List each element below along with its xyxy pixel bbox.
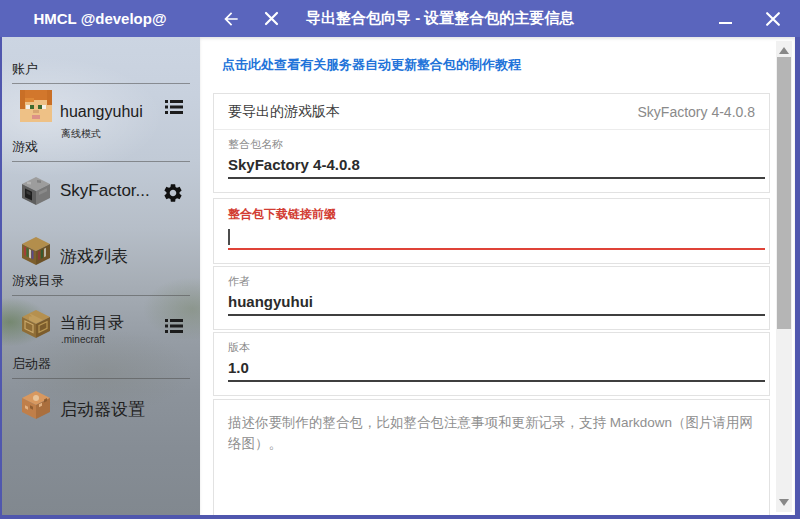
minimize-button[interactable] xyxy=(714,8,736,30)
scroll-down-arrow-icon[interactable] xyxy=(779,499,789,506)
version-card: 版本 1.0 xyxy=(213,332,770,396)
titlebar: HMCL @develop@ 导出整合包向导 - 设置整合包的主要信息 xyxy=(0,0,800,37)
arrow-left-icon xyxy=(221,9,241,29)
app-title: HMCL @develop@ xyxy=(0,0,200,37)
launcher-settings-label: 启动器设置 xyxy=(60,398,145,421)
scrollbar-thumb[interactable] xyxy=(777,57,791,329)
current-dir-label: 当前目录 xyxy=(60,313,124,334)
modpack-version-input[interactable]: 1.0 xyxy=(228,358,755,378)
field-underline xyxy=(228,380,765,382)
export-version-label: 要导出的游戏版本 xyxy=(228,103,340,121)
field-underline-error xyxy=(228,248,765,250)
current-dir-path: .minecraft xyxy=(61,334,105,345)
field-underline xyxy=(228,314,765,316)
page-title: 导出整合包向导 - 设置整合包的主要信息 xyxy=(306,9,574,28)
command-block-icon xyxy=(20,389,52,421)
section-label-game-dir: 游戏目录 xyxy=(12,272,190,296)
tutorial-link[interactable]: 点击此处查看有关服务器自动更新整合包的制作教程 xyxy=(222,56,521,74)
vertical-scrollbar[interactable] xyxy=(776,41,792,512)
sidebar-item-selected-version[interactable]: SkyFactor... xyxy=(2,171,200,215)
crafting-table-block-icon xyxy=(20,308,52,340)
author-input[interactable]: huangyuhui xyxy=(228,292,755,312)
x-icon xyxy=(264,11,279,26)
scroll-up-arrow-icon[interactable] xyxy=(779,47,789,54)
sidebar-item-account[interactable]: huangyuhui 离线模式 xyxy=(2,87,200,131)
field-underline xyxy=(228,177,765,179)
modpack-version-field[interactable]: 版本 1.0 xyxy=(214,333,769,395)
account-name: huangyuhui xyxy=(60,103,143,121)
export-version-value: SkyFactory 4-4.0.8 xyxy=(638,104,756,120)
wizard-content: 点击此处查看有关服务器自动更新整合包的制作教程 要导出的游戏版本 SkyFact… xyxy=(200,37,775,515)
section-label-account: 账户 xyxy=(12,60,190,84)
list-menu-icon[interactable] xyxy=(162,95,186,119)
sidebar-item-game-list[interactable]: 游戏列表 xyxy=(2,233,200,277)
section-label-game: 游戏 xyxy=(12,138,190,162)
player-avatar xyxy=(20,90,52,122)
sidebar: 账户 huangyuhui 离线模式 游戏 xyxy=(2,37,200,515)
back-button[interactable] xyxy=(220,8,242,30)
author-label: 作者 xyxy=(228,274,755,289)
minimize-icon xyxy=(719,22,732,24)
gear-icon[interactable] xyxy=(162,182,184,204)
sidebar-item-current-dir[interactable]: 当前目录 .minecraft xyxy=(2,305,200,349)
download-prefix-input[interactable] xyxy=(228,226,755,246)
author-card: 作者 huangyuhui xyxy=(213,266,770,330)
page-header: 导出整合包向导 - 设置整合包的主要信息 xyxy=(200,0,800,37)
download-prefix-card: 整合包下载链接前缀 xyxy=(213,198,770,264)
x-icon xyxy=(765,11,781,27)
author-field[interactable]: 作者 huangyuhui xyxy=(214,267,769,329)
close-wizard-button[interactable] xyxy=(260,8,282,30)
bookshelf-block-icon xyxy=(20,235,52,267)
modpack-name-label: 整合包名称 xyxy=(228,137,755,152)
close-window-button[interactable] xyxy=(762,8,784,30)
modpack-name-field[interactable]: 整合包名称 SkyFactory 4-4.0.8 xyxy=(214,130,769,192)
list-menu-icon[interactable] xyxy=(162,314,186,338)
main-panel: 点击此处查看有关服务器自动更新整合包的制作教程 要导出的游戏版本 SkyFact… xyxy=(200,37,795,515)
furnace-block-icon xyxy=(20,175,52,207)
description-textarea[interactable]: 描述你要制作的整合包，比如整合包注意事项和更新记录，支持 Markdown（图片… xyxy=(213,399,770,515)
selected-version-name: SkyFactor... xyxy=(60,181,150,201)
modpack-name-input[interactable]: SkyFactory 4-4.0.8 xyxy=(228,155,755,175)
text-caret xyxy=(228,229,230,245)
section-label-launcher: 启动器 xyxy=(12,355,190,379)
modpack-version-label: 版本 xyxy=(228,340,755,355)
modpack-info-card: 要导出的游戏版本 SkyFactory 4-4.0.8 整合包名称 SkyFac… xyxy=(213,93,770,193)
game-list-label: 游戏列表 xyxy=(60,245,128,268)
sidebar-item-launcher-settings[interactable]: 启动器设置 xyxy=(2,387,200,431)
export-version-row: 要导出的游戏版本 SkyFactory 4-4.0.8 xyxy=(214,94,769,130)
hmcl-window: HMCL @develop@ 导出整合包向导 - 设置整合包的主要信息 账户 xyxy=(0,0,800,519)
download-prefix-field[interactable]: 整合包下载链接前缀 xyxy=(214,199,769,263)
download-prefix-label: 整合包下载链接前缀 xyxy=(228,206,755,223)
